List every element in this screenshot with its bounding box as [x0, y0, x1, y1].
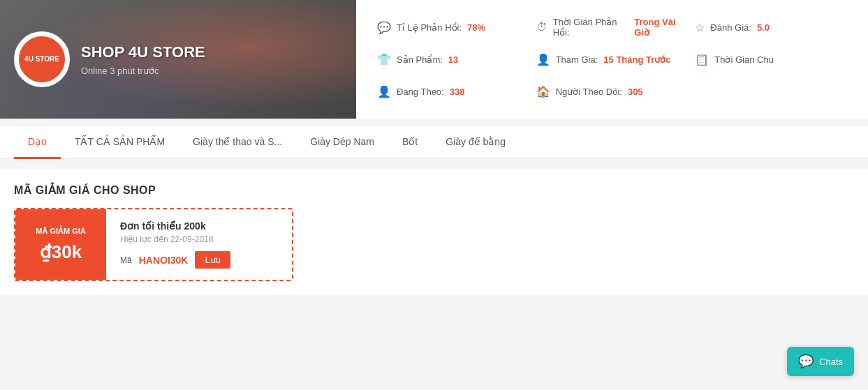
product-icon: 👕	[377, 53, 391, 66]
discount-section-title: MÃ GIẢM GIÁ CHO SHOP	[14, 183, 854, 197]
nav-tabs: Dạo TẤT CẢ SẢN PHẨM Giày thể thao và S..…	[0, 126, 868, 159]
tab-giay-dep-nam[interactable]: Giày Dép Nam	[296, 126, 388, 159]
doc-icon: 📋	[695, 53, 709, 66]
coupon-valid-until: Hiệu lực đến 22-09-2018	[120, 234, 278, 244]
star-icon: ☆	[695, 21, 705, 34]
coupon-label: MÃ GIẢM GIÁ	[36, 227, 86, 236]
logo-text: 4U STORE	[24, 55, 59, 63]
tab-giay-de-bang[interactable]: Giày đế bằng	[432, 126, 520, 159]
stat-ti-le-phan-hoi: 💬 Tỉ Lệ Phản Hồi: 78%	[377, 21, 529, 34]
main-content: MÃ GIẢM GIÁ CHO SHOP MÃ GIẢM GIÁ ₫30k Đơ…	[0, 170, 868, 295]
shop-info: SHOP 4U STORE Online 3 phút trước	[81, 43, 205, 76]
coupon-code-row: Mã HANOI30K Lưu	[120, 251, 278, 269]
coupon-code: HANOI30K	[139, 255, 189, 266]
stat-thoi-gian-chu: 📋 Thời Gian Chu	[695, 53, 847, 66]
stat-danh-gia: ☆ Đánh Giá: 5.0	[695, 21, 847, 34]
shop-name: SHOP 4U STORE	[81, 43, 205, 61]
stat-value-1: Trong Vài Giờ	[634, 17, 688, 38]
shop-stats: 💬 Tỉ Lệ Phản Hồi: 78% ⏱ Thời Gian Phản H…	[356, 0, 868, 119]
shop-header: 4U STORE SHOP 4U STORE Online 3 phút trư…	[0, 0, 868, 119]
stat-label-7: Người Theo Dõi:	[556, 87, 622, 97]
stat-label-4: Tham Gia:	[556, 54, 598, 65]
shop-online-status: Online 3 phút trước	[81, 66, 205, 76]
shop-logo-inner: 4U STORE	[17, 35, 66, 84]
coupon-save-button[interactable]: Lưu	[195, 251, 230, 269]
stat-san-pham: 👕 Sản Phẩm: 13	[377, 53, 529, 66]
followers-icon: 🏠	[536, 85, 550, 98]
coupon-right: Đơn tối thiểu 200k Hiệu lực đến 22-09-20…	[106, 209, 292, 280]
shop-banner: 4U STORE SHOP 4U STORE Online 3 phút trư…	[0, 0, 356, 119]
following-icon: 👤	[377, 85, 391, 98]
stat-value-7: 305	[628, 87, 643, 97]
coupon-amount: ₫30k	[40, 241, 82, 263]
tab-bot[interactable]: Bốt	[388, 126, 432, 159]
coupon-min-order: Đơn tối thiểu 200k	[120, 220, 278, 232]
stat-tham-gia: 👤 Tham Gia: 15 Tháng Trước	[536, 53, 689, 66]
chat-icon: 💬	[377, 21, 391, 34]
stat-value-0: 78%	[467, 22, 485, 33]
stat-value-3: 13	[448, 54, 458, 65]
stat-label-2: Đánh Giá:	[710, 22, 751, 33]
stat-dang-theo: 👤 Đang Theo: 338	[377, 85, 529, 98]
stat-label-5: Thời Gian Chu	[714, 54, 774, 65]
stat-label-6: Đang Theo:	[397, 87, 444, 97]
tab-dao[interactable]: Dạo	[14, 126, 61, 159]
stat-nguoi-theo-doi: 🏠 Người Theo Dõi: 305	[536, 85, 689, 98]
stat-value-2: 5.0	[757, 22, 770, 33]
stat-label-0: Tỉ Lệ Phản Hồi:	[397, 22, 462, 33]
tab-giay-the-thao[interactable]: Giày thể thao và S...	[179, 126, 296, 159]
stat-label-3: Sản Phẩm:	[397, 54, 443, 65]
stat-value-6: 338	[450, 87, 465, 97]
tab-tat-ca-san-pham[interactable]: TẤT CẢ SẢN PHẨM	[61, 126, 179, 159]
user-icon: 👤	[536, 53, 550, 66]
stat-label-1: Thời Gian Phản Hồi:	[553, 17, 629, 38]
shop-logo: 4U STORE	[14, 31, 70, 87]
coupon-left: MÃ GIẢM GIÁ ₫30k	[15, 209, 106, 280]
coupon-card: MÃ GIẢM GIÁ ₫30k Đơn tối thiểu 200k Hiệu…	[14, 208, 293, 281]
clock-icon: ⏱	[536, 21, 547, 33]
stat-thoi-gian-phan-hoi: ⏱ Thời Gian Phản Hồi: Trong Vài Giờ	[536, 17, 689, 38]
stat-value-4: 15 Tháng Trước	[603, 54, 670, 65]
coupon-code-label: Mã	[120, 255, 132, 265]
